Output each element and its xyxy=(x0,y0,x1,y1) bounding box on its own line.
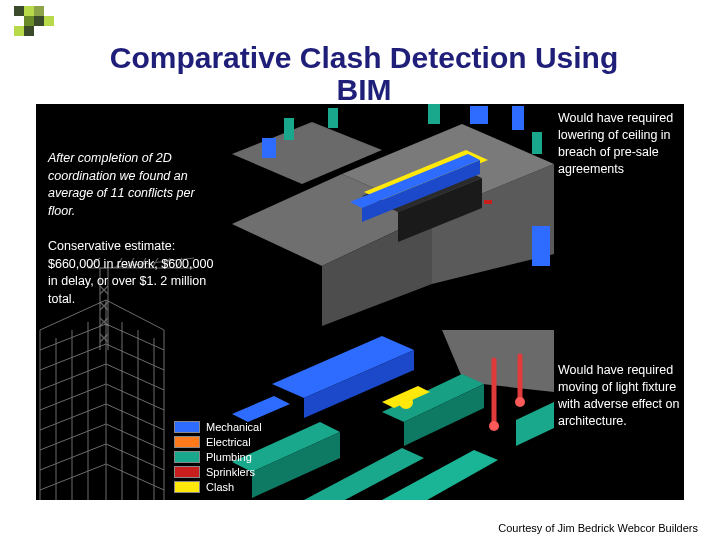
credit-text: Courtesy of Jim Bedrick Webcor Builders xyxy=(498,522,698,534)
svg-rect-5 xyxy=(44,16,54,26)
legend-swatch xyxy=(174,436,200,448)
svg-rect-20 xyxy=(428,104,440,124)
legend-item-sprinklers: Sprinklers xyxy=(174,466,264,478)
svg-rect-21 xyxy=(532,132,542,154)
content-panel: After completion of 2D coordination we f… xyxy=(36,104,684,500)
legend-swatch xyxy=(174,421,200,433)
legend-item-mechanical: Mechanical xyxy=(174,421,264,433)
legend: Mechanical Electrical Plumbing Sprinkler… xyxy=(174,421,264,496)
caption-top: Would have required lowering of ceiling … xyxy=(558,110,680,178)
svg-point-44 xyxy=(515,397,525,407)
legend-label: Plumbing xyxy=(206,451,252,463)
bim-bottom-scene-icon xyxy=(232,330,554,500)
caption-bottom: Would have required moving of light fixt… xyxy=(558,362,680,430)
svg-rect-23 xyxy=(512,106,524,130)
svg-point-40 xyxy=(399,395,413,409)
legend-label: Clash xyxy=(206,481,234,493)
svg-rect-19 xyxy=(328,108,338,128)
svg-rect-2 xyxy=(34,6,44,16)
svg-rect-22 xyxy=(470,106,488,124)
legend-label: Sprinklers xyxy=(206,466,255,478)
svg-rect-1 xyxy=(24,6,34,16)
left-paragraph-2: Conservative estimate: $660,000 in rewor… xyxy=(48,238,220,308)
legend-item-clash: Clash xyxy=(174,481,264,493)
logo-icon xyxy=(14,6,56,40)
svg-rect-24 xyxy=(262,138,276,158)
legend-item-plumbing: Plumbing xyxy=(174,451,264,463)
svg-rect-3 xyxy=(24,16,34,26)
bim-top-scene-icon xyxy=(232,104,554,326)
svg-rect-26 xyxy=(484,200,492,204)
title-line-2: BIM xyxy=(28,74,700,106)
svg-point-43 xyxy=(489,421,499,431)
title-line-1: Comparative Clash Detection Using xyxy=(110,41,618,74)
right-caption-column: Would have required lowering of ceiling … xyxy=(558,104,684,500)
legend-swatch xyxy=(174,466,200,478)
legend-label: Mechanical xyxy=(206,421,262,433)
svg-rect-7 xyxy=(24,26,34,36)
slide: Comparative Clash Detection Using BIM xyxy=(0,0,720,540)
svg-rect-6 xyxy=(14,26,24,36)
bim-view-bottom xyxy=(232,330,554,500)
bim-view-top xyxy=(232,104,554,326)
svg-rect-25 xyxy=(532,226,550,266)
slide-title: Comparative Clash Detection Using BIM xyxy=(28,42,700,105)
left-paragraph-1: After completion of 2D coordination we f… xyxy=(48,150,220,220)
legend-label: Electrical xyxy=(206,436,251,448)
legend-item-electrical: Electrical xyxy=(174,436,264,448)
legend-swatch xyxy=(174,451,200,463)
svg-rect-4 xyxy=(34,16,44,26)
svg-rect-0 xyxy=(14,6,24,16)
legend-swatch xyxy=(174,481,200,493)
svg-rect-18 xyxy=(284,118,294,140)
